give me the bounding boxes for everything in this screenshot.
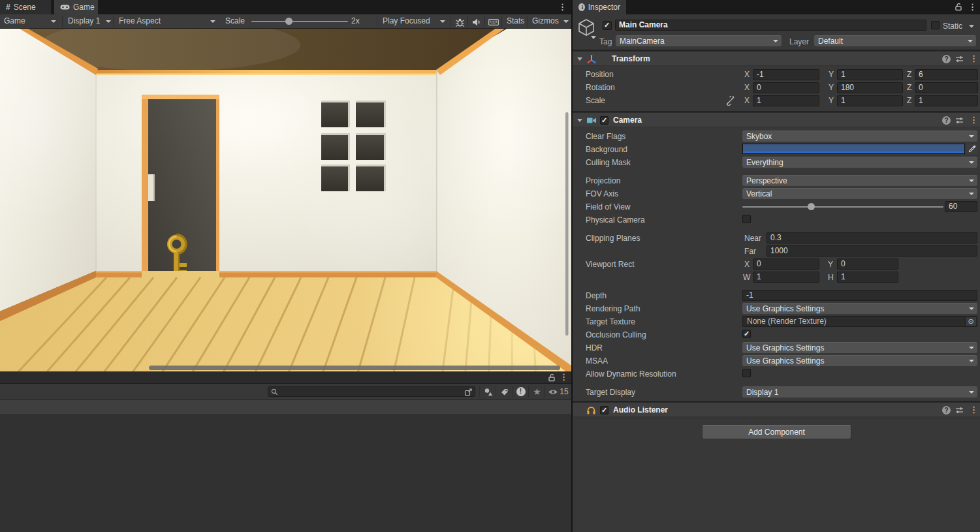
axis-y-label: Y bbox=[829, 83, 834, 92]
search-input[interactable] bbox=[280, 387, 459, 398]
horizontal-scrollbar[interactable] bbox=[149, 366, 560, 370]
stats-button[interactable]: Stats bbox=[507, 14, 524, 28]
eyedropper-icon bbox=[968, 145, 976, 153]
presets-icon[interactable] bbox=[955, 116, 964, 125]
scale-y-field[interactable]: 1 bbox=[837, 95, 903, 106]
camera-kebab-icon[interactable] bbox=[970, 116, 978, 125]
bottom-panel-kebab-icon[interactable] bbox=[560, 373, 568, 382]
gameobject-cube-icon[interactable] bbox=[577, 18, 596, 37]
axis-x-label: X bbox=[744, 96, 750, 105]
allow-dynamic-resolution-checkbox[interactable] bbox=[742, 369, 751, 377]
near-field[interactable]: 0.3 bbox=[767, 232, 977, 243]
filter-by-type-button[interactable] bbox=[481, 385, 496, 398]
scale-z-field[interactable]: 1 bbox=[915, 95, 978, 106]
clear-flags-dropdown[interactable]: Skybox bbox=[742, 131, 977, 142]
position-x-field[interactable]: -1 bbox=[753, 69, 819, 80]
viewport-y-field[interactable]: 0 bbox=[837, 258, 898, 270]
game-target-dropdown[interactable]: Game bbox=[4, 14, 61, 28]
lock-icon[interactable] bbox=[548, 373, 556, 382]
game-viewport[interactable] bbox=[0, 29, 571, 371]
chevron-down-icon bbox=[106, 20, 111, 23]
open-in-window-icon[interactable] bbox=[464, 388, 473, 396]
object-picker-icon[interactable] bbox=[965, 317, 976, 326]
fov-value-field[interactable]: 60 bbox=[945, 201, 977, 212]
help-icon[interactable] bbox=[942, 55, 951, 63]
target-texture-field[interactable]: None (Render Texture) bbox=[742, 316, 977, 327]
link-broken-icon[interactable] bbox=[725, 96, 735, 106]
help-icon[interactable] bbox=[942, 406, 951, 415]
display-dropdown[interactable]: Display 1 bbox=[68, 14, 114, 28]
occlusion-culling-checkbox[interactable] bbox=[742, 330, 751, 338]
tag-dropdown[interactable]: MainCamera bbox=[616, 35, 782, 46]
tag-label: Tag bbox=[599, 37, 612, 46]
position-y-field[interactable]: 1 bbox=[837, 69, 903, 80]
viewport-h-field[interactable]: 1 bbox=[837, 272, 898, 283]
audio-listener-enabled-checkbox[interactable] bbox=[600, 406, 609, 415]
static-dropdown-icon[interactable] bbox=[969, 25, 974, 28]
static-checkbox[interactable] bbox=[931, 21, 940, 29]
gizmos-dropdown-label: Gizmos bbox=[532, 16, 559, 25]
presets-icon[interactable] bbox=[955, 406, 964, 415]
rotation-y-field[interactable]: 180 bbox=[837, 82, 903, 93]
mute-audio-button[interactable] bbox=[469, 16, 484, 29]
fov-slider-knob[interactable] bbox=[808, 203, 815, 210]
fov-axis-dropdown[interactable]: Vertical bbox=[742, 188, 977, 199]
presets-icon[interactable] bbox=[955, 55, 964, 63]
scale-x-field[interactable]: 1 bbox=[753, 95, 819, 106]
favorites-button[interactable] bbox=[530, 385, 545, 398]
gizmos-dropdown[interactable]: Gizmos bbox=[532, 14, 569, 28]
layer-dropdown[interactable]: Default bbox=[814, 35, 976, 46]
position-z-field[interactable]: 6 bbox=[915, 69, 978, 80]
search-field[interactable] bbox=[268, 386, 475, 397]
fov-axis-label: FOV Axis bbox=[586, 189, 618, 198]
camera-enabled-checkbox[interactable] bbox=[600, 116, 609, 125]
inspector-kebab-icon[interactable] bbox=[968, 3, 977, 12]
axis-z-label: Z bbox=[907, 96, 911, 105]
camera-foldout-icon[interactable] bbox=[577, 119, 582, 122]
scale-slider-knob[interactable] bbox=[285, 18, 292, 25]
debug-bug-button[interactable] bbox=[452, 16, 467, 29]
aspect-dropdown[interactable]: Free Aspect bbox=[119, 14, 220, 28]
culling-mask-dropdown[interactable]: Everything bbox=[742, 157, 977, 168]
depth-field[interactable]: -1 bbox=[742, 290, 977, 301]
filter-by-label-button[interactable] bbox=[497, 385, 512, 398]
game-panel-menu-kebab-icon[interactable] bbox=[558, 3, 567, 12]
transform-kebab-icon[interactable] bbox=[970, 54, 978, 63]
audio-listener-header[interactable]: Audio Listener bbox=[573, 402, 980, 417]
add-component-button[interactable]: Add Component bbox=[702, 425, 851, 439]
camera-header[interactable]: Camera bbox=[573, 112, 980, 127]
visibility-count-button[interactable]: 15 bbox=[546, 385, 571, 398]
transform-foldout-icon[interactable] bbox=[577, 57, 582, 61]
eyedropper-button[interactable] bbox=[966, 144, 977, 154]
tab-game[interactable]: Game bbox=[54, 0, 98, 14]
play-mode-dropdown[interactable]: Play Focused bbox=[383, 14, 449, 28]
viewport-x-field[interactable]: 0 bbox=[753, 258, 819, 270]
rotation-z-field[interactable]: 0 bbox=[915, 82, 978, 93]
device-input-button[interactable] bbox=[486, 16, 501, 29]
vertical-scrollbar[interactable] bbox=[565, 112, 569, 336]
hdr-label: HDR bbox=[586, 343, 603, 352]
tab-scene[interactable]: Scene bbox=[0, 0, 51, 14]
far-field[interactable]: 1000 bbox=[767, 245, 977, 257]
gameobject-icon-dropdown-icon[interactable] bbox=[591, 36, 596, 39]
inspector-lock-icon[interactable] bbox=[955, 3, 962, 11]
fov-slider-track[interactable] bbox=[742, 206, 943, 208]
viewport-w-field[interactable]: 1 bbox=[753, 272, 819, 283]
physical-camera-checkbox[interactable] bbox=[742, 215, 751, 223]
hdr-dropdown[interactable]: Use Graphics Settings bbox=[742, 342, 977, 353]
msaa-dropdown[interactable]: Use Graphics Settings bbox=[742, 355, 977, 366]
gameobject-active-checkbox[interactable] bbox=[603, 21, 612, 30]
scale-slider-track[interactable] bbox=[251, 21, 348, 22]
background-color-field[interactable] bbox=[742, 144, 965, 154]
rotation-x-field[interactable]: 0 bbox=[753, 82, 819, 93]
gameobject-name-field[interactable]: Main Camera bbox=[615, 20, 926, 31]
rendering-path-dropdown[interactable]: Use Graphics Settings bbox=[742, 303, 977, 314]
transform-header[interactable]: Transform bbox=[573, 51, 980, 66]
projection-dropdown[interactable]: Perspective bbox=[742, 175, 977, 186]
target-display-dropdown[interactable]: Display 1 bbox=[742, 386, 977, 398]
tab-inspector[interactable]: Inspector bbox=[573, 0, 626, 14]
alpha-bar bbox=[743, 151, 964, 153]
errors-filter-button[interactable] bbox=[513, 385, 528, 398]
audio-listener-kebab-icon[interactable] bbox=[970, 405, 978, 415]
help-icon[interactable] bbox=[942, 116, 951, 125]
